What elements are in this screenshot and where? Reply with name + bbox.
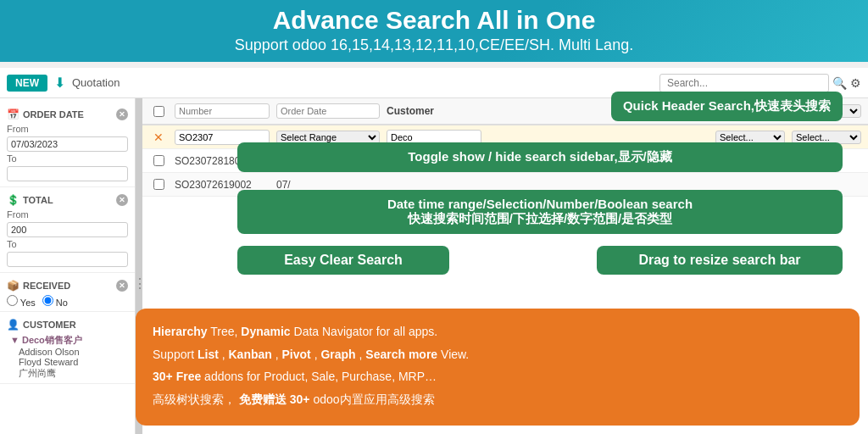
orange-text-tree: Tree, <box>210 325 241 338</box>
main-subtitle: Support odoo 16,15,14,13,12,11,10,CE/EE/… <box>17 36 851 55</box>
sidebar-customer: 👤 CUSTOMER ▼ Deco销售客户 Addison Olson Floy… <box>0 315 135 384</box>
callout-easy-clear: Easy Clear Search <box>237 246 449 275</box>
order-date-header: 📅 ORDER DATE ✕ <box>7 108 128 120</box>
callout-drag-resize-text: Drag to resize search bar <box>638 253 800 267</box>
received-header: 📦 RECEIVED ✕ <box>7 280 128 292</box>
row2-number: SO23072619002 <box>171 179 273 191</box>
to-label-total: To <box>7 239 128 249</box>
date-from-input[interactable] <box>7 136 128 152</box>
orange-bold-kanban: Kanban <box>229 348 272 361</box>
orange-bold-dynamic: Dynamic <box>241 325 290 338</box>
download-icon[interactable]: ⬇ <box>54 75 65 91</box>
received-no-label[interactable]: No <box>42 295 68 308</box>
callout-drag-resize: Drag to resize search bar <box>597 246 843 275</box>
col-date-input[interactable] <box>276 103 380 119</box>
total-to-input[interactable] <box>7 252 128 267</box>
customer-icon: 👤 <box>7 319 19 331</box>
row2-checkbox[interactable] <box>153 179 164 190</box>
header-overlay: Advance Search All in One Support odoo 1… <box>0 0 868 62</box>
customer-tree: ▼ Deco销售客户 Addison Olson Floyd Steward 广… <box>7 334 128 380</box>
callout-header-search: Quick Header Search,快速表头搜索 <box>611 92 843 121</box>
callout-date-range: Date time range/Selection/Number/Boolean… <box>237 190 843 234</box>
callout-toggle-search: Toggle show / hide search sidebar,显示/隐藏 <box>237 142 843 172</box>
total-label: TOTAL <box>23 195 53 205</box>
orange-support-text: Support <box>153 348 198 361</box>
new-button[interactable]: NEW <box>7 75 47 92</box>
order-date-label: ORDER DATE <box>23 109 84 120</box>
callout-toggle-text: Toggle show / hide search sidebar,显示/隐藏 <box>408 149 671 164</box>
total-from-input[interactable] <box>7 222 128 237</box>
received-icon: 📦 <box>7 280 19 292</box>
received-yes-radio[interactable] <box>7 295 18 306</box>
row1-checkbox-cell <box>146 155 171 166</box>
orange-line3: 30+ Free addons for Product, Sale, Purch… <box>153 367 843 386</box>
received-clear[interactable]: ✕ <box>116 280 128 292</box>
row1-checkbox[interactable] <box>153 155 164 166</box>
orange-line1: Hierarchy Tree, Dynamic Data Navigator f… <box>153 322 843 341</box>
orange-view-text: View. <box>441 348 469 361</box>
filter-checkbox-cell: ✕ <box>146 131 171 144</box>
from-label-total: From <box>7 209 128 220</box>
total-header: 💲 TOTAL ✕ <box>7 194 128 206</box>
settings-icon[interactable]: ⚙ <box>850 76 861 90</box>
sidebar-total: 💲 TOTAL ✕ From To <box>0 191 135 273</box>
callout-date-range-line1: Date time range/Selection/Number/Boolean… <box>249 197 831 211</box>
col-customer-label: Customer <box>387 105 434 117</box>
breadcrumb: Quotation <box>72 76 120 89</box>
customer-child-1[interactable]: Addison Olson <box>10 347 128 357</box>
search-sidebar: 📅 ORDER DATE ✕ From To 💲 TOTAL ✕ From To <box>0 98 136 434</box>
customer-tree-parent[interactable]: ▼ Deco销售客户 <box>10 334 128 347</box>
callout-header-search-text: Quick Header Search,快速表头搜索 <box>623 98 831 113</box>
orange-chinese-post: odoo内置应用高级搜索 <box>313 392 434 406</box>
order-date-clear[interactable]: ✕ <box>116 108 128 120</box>
orange-chinese-pre: 高级树状搜索， <box>153 392 236 406</box>
filter-clear-icon[interactable]: ✕ <box>153 131 164 144</box>
received-yes-label[interactable]: Yes <box>7 295 36 308</box>
orange-text-nav: Data Navigator for all apps. <box>294 325 438 338</box>
sidebar-order-date: 📅 ORDER DATE ✕ From To <box>0 105 135 187</box>
customer-child-3[interactable]: 广州尚鹰 <box>10 367 128 380</box>
orange-sep2: , <box>275 348 282 361</box>
to-label-date: To <box>7 153 128 164</box>
received-radio-group: Yes No <box>7 295 128 308</box>
date-to-input[interactable] <box>7 166 128 181</box>
orange-bold-graph: Graph <box>320 348 355 361</box>
orange-sep1: , <box>222 348 229 361</box>
customer-child-2[interactable]: Floyd Steward <box>10 357 128 367</box>
orange-bold-list: List <box>198 348 219 361</box>
col-number <box>171 103 273 119</box>
col-customer: Customer <box>383 105 485 117</box>
total-clear[interactable]: ✕ <box>116 194 128 206</box>
received-label: RECEIVED <box>23 281 70 291</box>
from-label-date: From <box>7 124 128 134</box>
header-checkbox-cell <box>146 106 171 117</box>
customer-label: CUSTOMER <box>23 320 76 330</box>
callout-easy-clear-text: Easy Clear Search <box>284 253 403 267</box>
col-number-input[interactable] <box>175 103 270 119</box>
orange-bold-30plus: 30+ Free <box>153 370 201 383</box>
search-input[interactable] <box>659 74 829 92</box>
callout-date-range-line2: 快速搜索时间范围/下拉选择/数字范围/是否类型 <box>249 211 831 227</box>
header-checkbox[interactable] <box>153 106 164 117</box>
orange-bold-pivot: Pivot <box>282 348 311 361</box>
customer-header: 👤 CUSTOMER <box>7 319 128 331</box>
row2-date: 07/ <box>273 179 383 191</box>
total-icon: 💲 <box>7 194 19 206</box>
orange-line2: Support List , Kanban , Pivot , Graph , … <box>153 345 843 364</box>
orange-bold-searchmore: Search more <box>365 348 437 361</box>
sidebar-received: 📦 RECEIVED ✕ Yes No <box>0 276 135 312</box>
orange-addons-text: addons for Product, Sale, Purchase, MRP… <box>204 370 437 383</box>
orange-bold-free-cn: 免费赠送 30+ <box>239 392 310 406</box>
orange-bold-hierarchy: Hierarchy <box>153 325 208 338</box>
col-order-date <box>273 103 383 119</box>
main-title: Advance Search All in One <box>17 5 851 36</box>
calendar-icon: 📅 <box>7 108 19 120</box>
callout-orange-bubble: Hierarchy Tree, Dynamic Data Navigator f… <box>136 309 860 426</box>
orange-line4: 高级树状搜索， 免费赠送 30+ odoo内置应用高级搜索 <box>153 390 843 409</box>
received-no-radio[interactable] <box>42 295 53 306</box>
search-icon[interactable]: 🔍 <box>832 76 847 90</box>
row2-checkbox-cell <box>146 179 171 190</box>
